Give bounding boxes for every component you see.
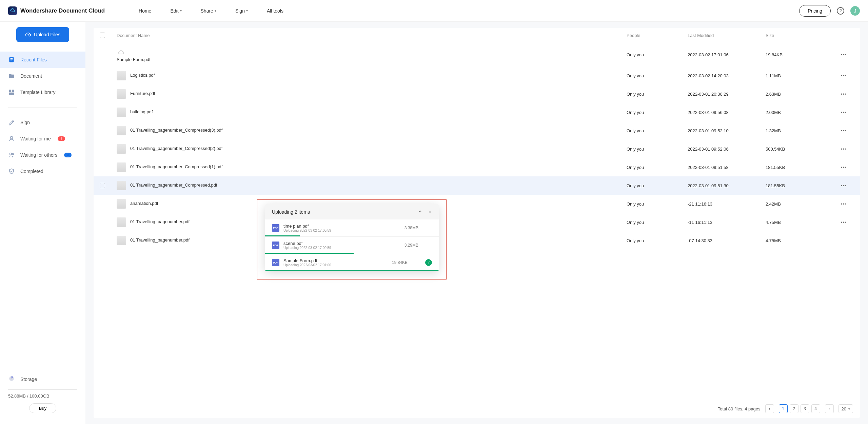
page-next-button[interactable]: › [825, 404, 834, 413]
file-size: 4.75MB [766, 238, 833, 243]
table-row[interactable]: building.pdfOnly you2022-03-01 09:56:082… [94, 103, 860, 121]
nav-share[interactable]: Share▾ [201, 8, 216, 14]
chevron-down-icon: ▾ [180, 9, 182, 13]
storage-bar [8, 389, 77, 390]
page-number-button[interactable]: 4 [811, 404, 820, 413]
row-checkbox[interactable] [100, 183, 105, 188]
shield-check-icon [8, 168, 15, 175]
file-name: Furniture.pdf [130, 91, 155, 96]
file-modified: -11 16:11:13 [688, 220, 766, 225]
sidebar-item-document[interactable]: Document [0, 68, 85, 84]
table-row[interactable]: Sample Form.pdfOnly you2022-03-02 17:01:… [94, 43, 860, 66]
page-number-button[interactable]: 3 [801, 404, 809, 413]
nav-alltools[interactable]: All tools [267, 8, 283, 14]
svg-rect-3 [9, 93, 14, 95]
file-people: Only you [627, 92, 688, 97]
file-modified: -07 14:30:33 [688, 238, 766, 243]
table-row[interactable]: 01 Travelling_pagenumber_Compressed(2).p… [94, 140, 860, 158]
table-row[interactable]: anamation.pdfOnly you-21 11:16:132.42MB•… [94, 195, 860, 213]
more-actions-icon[interactable]: ••• [841, 52, 847, 57]
more-actions-icon[interactable]: ••• [841, 183, 847, 188]
avatar[interactable]: J [850, 6, 860, 16]
table-row[interactable]: Furniture.pdfOnly you2022-03-01 20:36:29… [94, 85, 860, 103]
table-row[interactable]: 01 Travelling_pagenumber_Compressed(3).p… [94, 121, 860, 140]
sidebar-item-completed[interactable]: Completed [0, 163, 85, 179]
help-icon[interactable]: ? [837, 7, 844, 15]
page-number-button[interactable]: 1 [779, 404, 788, 413]
chevron-down-icon: ▾ [246, 9, 248, 13]
header-name[interactable]: Document Name [113, 33, 627, 38]
upload-files-button[interactable]: Upload Files [16, 27, 69, 42]
toast-item: PDFSample Form.pdfUploading 2022-03-02 1… [265, 254, 439, 271]
more-actions-icon[interactable]: ••• [841, 165, 847, 170]
brand-logo-icon [8, 6, 17, 15]
nav-edit[interactable]: Edit▾ [170, 8, 181, 14]
main: Document Name People Last Modified Size … [85, 22, 868, 424]
toast-collapse-icon[interactable] [418, 209, 422, 215]
more-actions-icon[interactable]: ••• [841, 128, 847, 133]
file-people: Only you [627, 201, 688, 207]
file-name: 01 Travelling_pagenumber_Compressed(3).p… [130, 128, 222, 133]
file-name: 01 Travelling_pagenumber_Compressed(2).p… [130, 146, 222, 151]
header-size[interactable]: Size [766, 33, 833, 38]
buy-button[interactable]: Buy [29, 403, 56, 413]
table-row[interactable]: 01 Travelling_pagenumber.pdfOnly you-07 … [94, 231, 860, 250]
toast-file-name: time plan.pdf [283, 224, 400, 229]
select-all-checkbox[interactable] [100, 33, 105, 38]
file-thumbnail [117, 162, 126, 172]
table-row[interactable]: Logistics.pdfOnly you2022-03-02 14:20:03… [94, 66, 860, 85]
more-actions-icon[interactable]: ••• [841, 201, 847, 207]
sidebar-item-storage[interactable]: Storage [8, 371, 77, 387]
pie-icon [8, 375, 15, 383]
toast-file-size: 19.84KB [392, 260, 408, 265]
file-name: 01 Travelling_pagenumber_Compressed(1).p… [130, 164, 222, 169]
file-people: Only you [627, 110, 688, 115]
more-actions-icon[interactable]: ••• [841, 147, 847, 152]
file-size: 1.32MB [766, 128, 833, 133]
page-number-button[interactable]: 2 [790, 404, 798, 413]
table-row[interactable]: 01 Travelling_pagenumber_Compressed.pdfO… [94, 176, 860, 195]
page-size-select[interactable]: 20▾ [839, 404, 853, 413]
svg-point-5 [10, 153, 12, 155]
brand-text: Wondershare Document Cloud [20, 7, 105, 14]
file-thumbnail [117, 71, 126, 80]
pricing-button[interactable]: Pricing [799, 5, 831, 17]
svg-point-4 [11, 136, 13, 139]
file-people: Only you [627, 238, 688, 243]
file-people: Only you [627, 220, 688, 225]
nav-sign[interactable]: Sign▾ [235, 8, 248, 14]
more-actions-icon[interactable]: ••• [841, 110, 847, 115]
table-row[interactable]: 01 Travelling_pagenumber.pdfOnly you-11 … [94, 213, 860, 231]
toast-close-icon[interactable]: ✕ [428, 209, 432, 215]
more-actions-icon[interactable]: ••• [841, 92, 847, 97]
sidebar-item-waiting-others[interactable]: Waiting for others 1 [0, 147, 85, 163]
sidebar-label: Template Library [20, 90, 56, 95]
sidebar-item-template[interactable]: Template Library [0, 84, 85, 100]
toast-file-sub: Uploading 2022-03-02 17:00:59 [283, 229, 400, 232]
file-name: 01 Travelling_pagenumber.pdf [130, 219, 190, 224]
badge: 1 [58, 136, 65, 141]
pdf-icon: PDF [272, 224, 279, 232]
sidebar-item-sign[interactable]: Sign [0, 114, 85, 131]
toast-header: Uploading 2 items ✕ [265, 204, 439, 219]
file-thumbnail [117, 126, 126, 135]
page-prev-button[interactable]: ‹ [765, 404, 774, 413]
header-modified[interactable]: Last Modified [688, 33, 766, 38]
pdf-icon: PDF [272, 242, 279, 249]
sidebar-label: Waiting for me [20, 136, 51, 141]
sidebar-item-waiting-me[interactable]: Waiting for me 1 [0, 131, 85, 147]
more-actions-icon[interactable]: ••• [841, 220, 847, 225]
file-name: Logistics.pdf [130, 73, 155, 78]
top-nav: Wondershare Document Cloud Home Edit▾ Sh… [0, 0, 868, 22]
table-header: Document Name People Last Modified Size [94, 28, 860, 43]
file-size: 181.55KB [766, 183, 833, 188]
sidebar-item-recent[interactable]: Recent Files [0, 52, 85, 68]
table-row[interactable]: 01 Travelling_pagenumber_Compressed(1).p… [94, 158, 860, 176]
storage-text: 52.88MB / 100.00GB [8, 393, 77, 399]
more-actions-icon[interactable]: ••• [841, 73, 847, 78]
nav-home[interactable]: Home [139, 8, 151, 14]
brand[interactable]: Wondershare Document Cloud [8, 6, 105, 15]
file-people: Only you [627, 73, 688, 78]
header-people[interactable]: People [627, 33, 688, 38]
toast-file-sub: Uploading 2022-03-02 17:01:06 [283, 263, 388, 267]
